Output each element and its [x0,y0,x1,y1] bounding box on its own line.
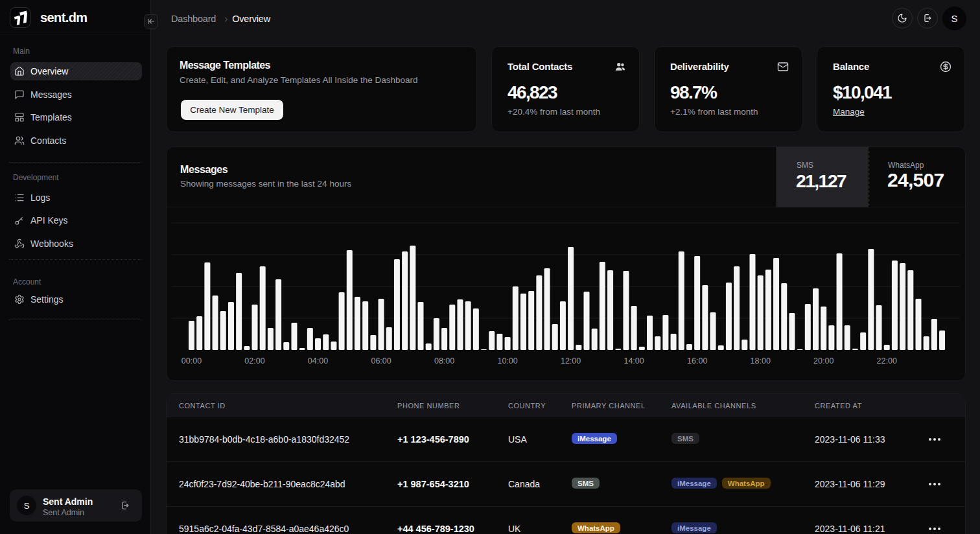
svg-text:16:00: 16:00 [687,356,707,366]
svg-text:10:00: 10:00 [497,356,517,366]
svg-text:12:00: 12:00 [561,356,581,366]
svg-text:14:00: 14:00 [624,356,644,366]
svg-text:08:00: 08:00 [434,356,454,366]
svg-text:22:00: 22:00 [877,356,897,366]
svg-text:00:00: 00:00 [181,356,202,366]
svg-text:04:00: 04:00 [308,356,328,366]
svg-text:20:00: 20:00 [813,356,834,366]
svg-text:02:00: 02:00 [244,356,264,366]
svg-text:06:00: 06:00 [371,356,391,366]
svg-text:18:00: 18:00 [751,356,771,366]
